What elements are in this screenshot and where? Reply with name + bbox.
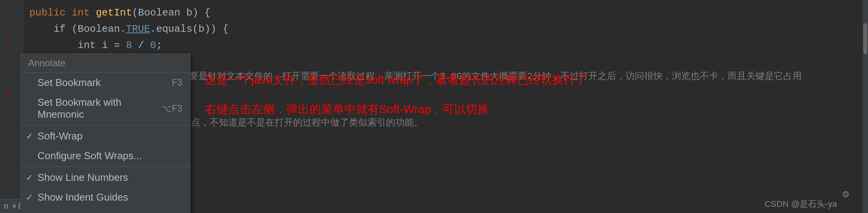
context-menu: Annotate Set Bookmark F3 Set Bookmark wi… <box>20 53 190 213</box>
num-0: 0 <box>150 40 156 51</box>
check-soft-wrap: ✓ <box>26 131 33 141</box>
code-line-2: if (Boolean.TRUE.equals(b)) { <box>29 21 862 37</box>
method-name: getInt <box>96 7 132 19</box>
semicolon: ; <box>156 40 162 51</box>
menu-item-configure-soft-wraps-label: Configure Soft Wraps... <box>38 150 142 162</box>
scrollbar-thumb[interactable] <box>863 23 867 54</box>
right-annotation: 这是一个java文件，显然已经是soft wrap了，看看超长的注释已经软换行了… <box>205 70 837 119</box>
keyword-public: public <box>29 7 72 19</box>
arrow-2: ↓ <box>4 87 10 99</box>
divide: / <box>132 40 150 51</box>
annotation-line1: 这是一个java文件，显然已经是soft wrap了，看看超长的注释已经软换行了 <box>205 70 837 90</box>
menu-item-show-indent-guides[interactable]: ✓ Show Indent Guides <box>21 187 190 207</box>
menu-item-show-indent-guides-label: Show Indent Guides <box>38 191 128 203</box>
menu-item-soft-wrap-label: Soft-Wrap <box>38 130 83 142</box>
watermark: CSDN @是石头-ya <box>765 198 837 210</box>
tab-label-n: n <box>4 202 8 211</box>
bool-true: TRUE <box>126 23 150 35</box>
menu-item-soft-wrap[interactable]: ✓ Soft-Wrap <box>21 126 190 146</box>
check-show-line-numbers: ✓ <box>26 173 33 183</box>
int-decl: int i = <box>29 40 126 51</box>
menu-item-configure-soft-wraps[interactable]: Configure Soft Wraps... <box>21 146 190 166</box>
gear-icon[interactable]: ⚙ <box>842 187 856 201</box>
menu-item-set-bookmark-mnemonic[interactable]: Set Bookmark with Mnemonic ⌥F3 <box>21 93 190 124</box>
if-keyword: if (Boolean. <box>29 23 126 35</box>
check-show-indent-guides: ✓ <box>26 192 33 203</box>
menu-separator-1 <box>21 125 190 125</box>
code-line-3: int i = 8 / 0; <box>29 37 862 53</box>
menu-item-set-bookmark-mnemonic-label: Set Bookmark with Mnemonic <box>38 96 161 120</box>
equals-call: .equals(b)) { <box>150 23 229 35</box>
menu-item-set-bookmark-label: Set Bookmark <box>38 77 101 89</box>
menu-item-set-bookmark[interactable]: Set Bookmark F3 <box>21 73 190 93</box>
menu-item-breadcrumbs-label: Breadcrumbs <box>38 211 97 213</box>
method-params: (Boolean b) { <box>132 7 210 19</box>
menu-separator-2 <box>21 167 190 167</box>
annotation-line2: 右键点击左侧，弹出的菜单中就有Soft-Wrap，可以切换 <box>205 99 837 119</box>
arrow-1: ↓ <box>4 31 10 43</box>
menu-item-set-bookmark-shortcut: F3 <box>172 77 182 88</box>
menu-header: Annotate <box>21 54 190 73</box>
menu-item-breadcrumbs[interactable]: Breadcrumbs ▶ <box>21 207 190 213</box>
menu-item-show-line-numbers-label: Show Line Numbers <box>38 172 128 184</box>
tab-close-indicator: × <box>12 202 17 211</box>
menu-item-show-line-numbers[interactable]: ✓ Show Line Numbers <box>21 168 190 187</box>
menu-item-set-bookmark-mnemonic-shortcut: ⌥F3 <box>161 103 182 114</box>
keyword-int: int <box>72 7 96 19</box>
code-line-1: public int getInt(Boolean b) { <box>29 5 862 21</box>
scrollbar[interactable] <box>863 0 868 213</box>
gutter: ↓ ↓ <box>0 0 23 213</box>
num-8: 8 <box>126 40 132 51</box>
